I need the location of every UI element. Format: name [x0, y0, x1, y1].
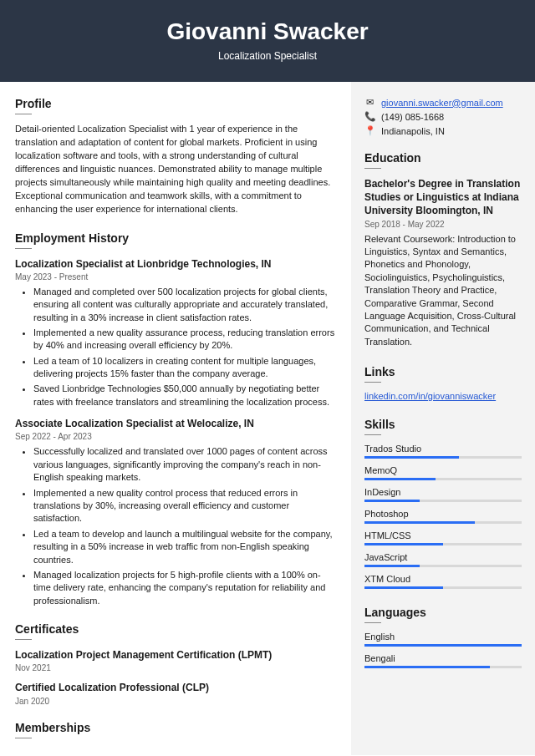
- phone-icon: 📞: [364, 111, 374, 122]
- skill-bar-fill: [364, 666, 490, 668]
- contact-location: Indianapolis, IN: [381, 126, 445, 136]
- job-date: May 2023 - Present: [15, 272, 336, 282]
- languages-heading: Languages: [364, 606, 522, 619]
- right-column: ✉ giovanni.swacker@gmail.com 📞 (149) 085…: [351, 82, 535, 755]
- job-title: Localization Specialist at Lionbridge Te…: [15, 257, 336, 271]
- education-date: Sep 2018 - May 2022: [364, 220, 522, 229]
- skill-bar: [364, 666, 522, 668]
- skills-list: Trados StudioMemoQInDesignPhotoshopHTML/…: [364, 444, 522, 589]
- bullet: Implemented a new quality control proces…: [33, 487, 336, 525]
- bullet: Successfully localized and translated ov…: [33, 445, 336, 484]
- skill-bar-fill: [364, 521, 475, 524]
- skill-name: Trados Studio: [364, 444, 522, 454]
- envelope-icon: ✉: [364, 97, 374, 108]
- skill-name: HTML/CSS: [364, 530, 522, 540]
- skill-item: InDesign: [364, 487, 522, 502]
- heading-rule: [15, 639, 32, 640]
- skill-bar: [364, 500, 522, 502]
- heading-rule: [364, 382, 381, 383]
- bullet: Managed and completed over 500 localizat…: [33, 286, 336, 324]
- job-bullets: Successfully localized and translated ov…: [15, 445, 336, 607]
- cert-date: Nov 2021: [15, 663, 336, 672]
- skill-bar: [364, 644, 522, 647]
- skill-item: Photoshop: [364, 509, 522, 524]
- cert-title: Localization Project Management Certific…: [15, 648, 336, 662]
- resume-header: Giovanni Swacker Localization Specialist: [0, 0, 535, 82]
- education-heading: Education: [364, 151, 522, 165]
- contact-phone-row: 📞 (149) 085-1668: [364, 111, 522, 122]
- education-text: Relevant Coursework: Introduction to Lin…: [364, 233, 522, 349]
- skill-name: MemoQ: [364, 465, 522, 475]
- cert-title: Certified Localization Professional (CLP…: [15, 681, 336, 694]
- bullet: Led a team to develop and launch a multi…: [33, 528, 336, 566]
- education-degree: Bachelor's Degree in Translation Studies…: [364, 177, 522, 218]
- left-column: Profile Detail-oriented Localization Spe…: [0, 82, 351, 755]
- bullet: Saved Lionbridge Technologies $50,000 an…: [33, 383, 336, 408]
- skill-bar: [364, 565, 522, 567]
- contact-email[interactable]: giovanni.swacker@gmail.com: [381, 98, 503, 108]
- bullet: Implemented a new quality assurance proc…: [33, 327, 336, 353]
- heading-rule: [15, 738, 32, 738]
- linkedin-link[interactable]: linkedin.com/in/giovanniswacker: [364, 391, 496, 401]
- job: Associate Localization Specialist at Wel…: [15, 417, 336, 607]
- employment-heading: Employment History: [15, 231, 336, 245]
- heading-rule: [364, 434, 381, 435]
- skill-bar-fill: [364, 644, 522, 647]
- heading-rule: [15, 248, 32, 249]
- skill-name: InDesign: [364, 487, 522, 497]
- certificates-heading: Certificates: [15, 622, 336, 636]
- bullet: Managed localization projects for 5 high…: [33, 569, 336, 607]
- profile-text: Detail-oriented Localization Specialist …: [15, 123, 336, 216]
- heading-rule: [364, 168, 381, 169]
- profile-heading: Profile: [15, 97, 336, 110]
- heading-rule: [364, 622, 381, 623]
- contact-email-row: ✉ giovanni.swacker@gmail.com: [364, 97, 522, 108]
- skill-item: HTML/CSS: [364, 530, 522, 545]
- skill-item: English: [364, 632, 522, 647]
- skills-heading: Skills: [364, 418, 522, 431]
- skill-bar-fill: [364, 565, 420, 567]
- skill-item: Trados Studio: [364, 444, 522, 459]
- skill-name: Photoshop: [364, 509, 522, 519]
- skill-bar: [364, 478, 522, 480]
- job-title: Associate Localization Specialist at Wel…: [15, 417, 336, 430]
- person-name: Giovanni Swacker: [0, 18, 535, 45]
- languages-list: EnglishBengali: [364, 632, 522, 668]
- skill-item: JavaScript: [364, 552, 522, 567]
- skill-bar-fill: [364, 500, 420, 502]
- bullet: Led a team of 10 localizers in creating …: [33, 355, 336, 381]
- links-heading: Links: [364, 365, 522, 378]
- skill-name: JavaScript: [364, 552, 522, 562]
- resume-body: Profile Detail-oriented Localization Spe…: [0, 82, 535, 755]
- skill-name: Bengali: [364, 653, 522, 663]
- skill-bar-fill: [364, 586, 443, 589]
- skill-bar: [364, 521, 522, 524]
- memberships-heading: Memberships: [15, 721, 336, 734]
- pin-icon: 📍: [364, 125, 374, 136]
- skill-item: XTM Cloud: [364, 574, 522, 589]
- job-date: Sep 2022 - Apr 2023: [15, 432, 336, 441]
- skill-bar-fill: [364, 456, 459, 459]
- person-title: Localization Specialist: [0, 50, 535, 62]
- skill-name: English: [364, 632, 522, 642]
- skill-bar-fill: [364, 478, 436, 480]
- skill-bar: [364, 543, 522, 545]
- heading-rule: [15, 114, 32, 114]
- job: Localization Specialist at Lionbridge Te…: [15, 257, 336, 409]
- contact-location-row: 📍 Indianapolis, IN: [364, 125, 522, 136]
- skill-bar: [364, 586, 522, 589]
- skill-bar-fill: [364, 543, 443, 545]
- cert-date: Jan 2020: [15, 697, 336, 706]
- skill-item: MemoQ: [364, 465, 522, 480]
- contact-phone: (149) 085-1668: [381, 112, 444, 122]
- skill-bar: [364, 456, 522, 459]
- job-bullets: Managed and completed over 500 localizat…: [15, 286, 336, 409]
- skill-name: XTM Cloud: [364, 574, 522, 584]
- skill-item: Bengali: [364, 653, 522, 668]
